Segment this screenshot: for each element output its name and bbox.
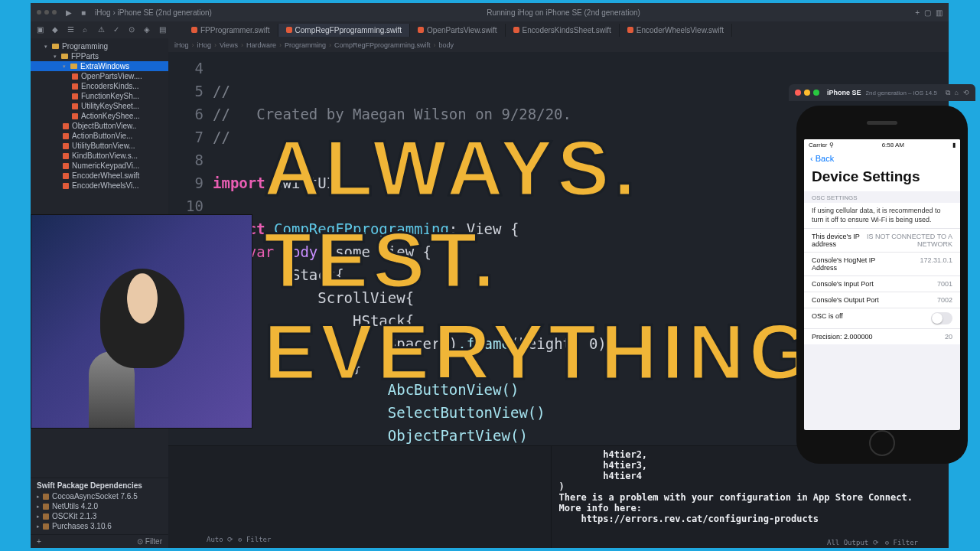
console-filter[interactable]: ⊙ Filter: [885, 539, 918, 546]
back-button[interactable]: ‹ Back: [804, 150, 960, 167]
add-button[interactable]: +: [37, 537, 41, 546]
window-controls[interactable]: [795, 90, 819, 96]
rotate-icon[interactable]: ⟲: [963, 89, 969, 97]
precision-row[interactable]: Precision: 2.00000020: [804, 328, 960, 344]
file-item[interactable]: EncoderWheelsVi...: [31, 181, 168, 191]
jump-bar[interactable]: iHog› iHog› Views› Hardware› Programming…: [168, 38, 949, 52]
file-item[interactable]: KindButtonView.s...: [31, 151, 168, 161]
debug-icon[interactable]: ⊙: [129, 25, 138, 34]
toggle-switch[interactable]: [931, 312, 952, 324]
tab-1[interactable]: CompRegFPprogramming.swift: [278, 24, 411, 37]
filter-field[interactable]: ⊙ Filter: [137, 537, 162, 546]
tab-4[interactable]: EncoderWheelsView.swift: [620, 24, 732, 37]
settings-row[interactable]: This device's IP addressIS NOT CONNECTED…: [804, 228, 960, 252]
report-icon[interactable]: ▤: [159, 25, 168, 34]
plus-icon[interactable]: +: [915, 8, 920, 17]
editor-tabs: FPProgrammer.swift CompRegFPprogramming.…: [184, 24, 949, 37]
navigator-selector[interactable]: ▣ ◆ ☰ ⌕ ⚠ ✓ ⊙ ◈ ▤: [31, 25, 184, 34]
folder-extrawindows[interactable]: ExtraWindows: [31, 61, 168, 71]
ios-simulator[interactable]: iPhone SE 2nd generation – iOS 14.5 ⧉ ⌂ …: [789, 84, 975, 482]
file-item[interactable]: EncodersKinds...: [31, 81, 168, 91]
tab-0[interactable]: FPProgrammer.swift: [184, 24, 278, 37]
issues-icon[interactable]: ⚠: [98, 25, 107, 34]
package-item[interactable]: NetUtils 4.2.0: [37, 501, 162, 511]
settings-row[interactable]: Console's Output Port7002: [804, 292, 960, 308]
filter-input[interactable]: ⊙ Filter: [238, 536, 271, 543]
package-item[interactable]: Purchases 3.10.6: [37, 521, 162, 531]
file-item[interactable]: ActionKeyShee...: [31, 111, 168, 121]
file-item[interactable]: NumericKeypadVi...: [31, 161, 168, 171]
webcam-overlay: [31, 214, 252, 429]
window-controls[interactable]: [37, 10, 57, 15]
microphone: [89, 351, 135, 428]
screen-title: Device Settings: [804, 167, 960, 191]
run-button[interactable]: ▶: [66, 8, 72, 17]
scm-icon[interactable]: ◆: [52, 25, 61, 34]
file-item[interactable]: OpenPartsView....: [31, 71, 168, 81]
stop-button[interactable]: ■: [81, 8, 86, 17]
swift-icon: [191, 27, 197, 33]
symbol-icon[interactable]: ☰: [67, 25, 77, 34]
sim-titlebar[interactable]: iPhone SE 2nd generation – iOS 14.5 ⧉ ⌂ …: [789, 84, 975, 101]
file-item[interactable]: ActionButtonVie...: [31, 131, 168, 141]
output-selector[interactable]: All Output ⟳: [827, 539, 879, 546]
auto-label[interactable]: Auto ⟳: [207, 536, 233, 543]
file-item[interactable]: UtilityButtonView...: [31, 141, 168, 151]
speaker: [867, 121, 897, 125]
settings-row[interactable]: Console's HogNet IP Address172.31.0.1: [804, 252, 960, 276]
sim-device-sub: 2nd generation – iOS 14.5: [866, 90, 937, 96]
folder-programming[interactable]: Programming: [31, 41, 168, 51]
folder-fpparts[interactable]: FPParts: [31, 51, 168, 61]
swift-icon: [627, 27, 633, 33]
tab-3[interactable]: EncodersKindsSheet.swift: [506, 24, 620, 37]
navigator-bottom-bar: + ⊙ Filter: [31, 534, 168, 548]
library-icon[interactable]: ▢: [924, 8, 931, 17]
variables-view[interactable]: Auto ⟳⊙ Filter: [168, 446, 552, 548]
section-header: OSC SETTINGS: [804, 191, 960, 203]
package-item[interactable]: OSCKit 2.1.3: [37, 511, 162, 521]
search-icon[interactable]: ⌕: [83, 25, 92, 34]
activity-status: Running iHog on iPhone SE (2nd generatio…: [221, 8, 906, 17]
phone-frame: Carrier ⚲6:58 AM▮ ‹ Back Device Settings…: [796, 106, 968, 464]
package-item[interactable]: CocoaAsyncSocket 7.6.5: [37, 491, 162, 501]
osc-toggle-row[interactable]: OSC is off: [804, 308, 960, 328]
file-item[interactable]: ObjectButtonView..: [31, 121, 168, 131]
screenshot-icon[interactable]: ⧉: [946, 89, 950, 97]
folder-icon[interactable]: ▣: [37, 25, 46, 34]
swift-packages: Swift Package Dependencies CocoaAsyncSoc…: [31, 478, 168, 534]
home-button[interactable]: [869, 430, 895, 456]
swift-icon: [513, 27, 519, 33]
sim-device-name: iPhone SE: [827, 89, 861, 96]
phone-screen[interactable]: Carrier ⚲6:58 AM▮ ‹ Back Device Settings…: [804, 139, 960, 430]
breakpoint-icon[interactable]: ◈: [144, 25, 153, 34]
deps-header: Swift Package Dependencies: [37, 481, 162, 490]
swift-icon: [418, 27, 424, 33]
file-item[interactable]: EncoderWheel.swift: [31, 171, 168, 181]
tab-2[interactable]: OpenPartsView.swift: [410, 24, 506, 37]
panel-icon[interactable]: ▥: [936, 8, 943, 17]
tab-bar-row: ▣ ◆ ☰ ⌕ ⚠ ✓ ⊙ ◈ ▤ FPProgrammer.swift Com…: [31, 21, 949, 38]
settings-row[interactable]: Console's Input Port7001: [804, 276, 960, 292]
tests-icon[interactable]: ✓: [113, 25, 122, 34]
scheme-selector[interactable]: iHog › iPhone SE (2nd generation): [95, 8, 212, 17]
file-item[interactable]: UtilityKeySheet...: [31, 101, 168, 111]
ios-status-bar: Carrier ⚲6:58 AM▮: [804, 139, 960, 150]
home-icon[interactable]: ⌂: [955, 89, 959, 97]
info-note: If using cellular data, it is recommende…: [804, 203, 960, 228]
file-item[interactable]: FunctionKeySh...: [31, 91, 168, 101]
xcode-toolbar: ▶ ■ iHog › iPhone SE (2nd generation) Ru…: [31, 3, 949, 21]
swift-icon: [286, 27, 292, 33]
